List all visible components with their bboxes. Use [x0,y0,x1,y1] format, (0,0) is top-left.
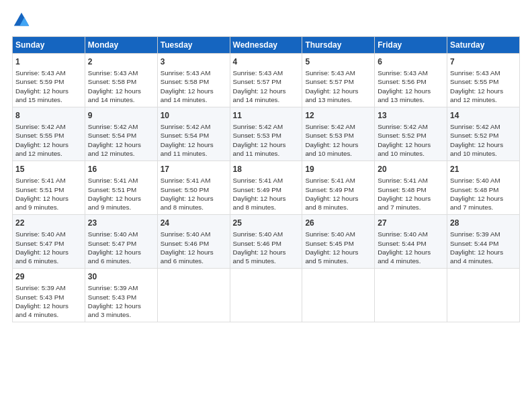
day-info: Sunrise: 5:40 AM Sunset: 5:47 PM Dayligh… [88,230,154,265]
day-info: Sunrise: 5:42 AM Sunset: 5:55 PM Dayligh… [15,122,82,158]
day-number: 5 [305,56,371,67]
day-number: 18 [233,164,300,175]
calendar-cell: 3Sunrise: 5:43 AM Sunset: 5:58 PM Daylig… [157,54,230,107]
day-number: 10 [161,110,227,121]
calendar-cell: 6Sunrise: 5:43 AM Sunset: 5:56 PM Daylig… [375,54,447,107]
calendar-cell [447,269,520,322]
calendar-cell: 26Sunrise: 5:40 AM Sunset: 5:45 PM Dayli… [302,215,375,269]
calendar-cell [302,269,375,322]
day-number: 25 [233,218,300,228]
calendar-cell: 19Sunrise: 5:41 AM Sunset: 5:49 PM Dayli… [302,161,375,215]
header-cell-monday: Monday [85,37,157,54]
day-info: Sunrise: 5:43 AM Sunset: 5:55 PM Dayligh… [450,68,517,104]
day-number: 16 [88,164,154,175]
week-row-3: 15Sunrise: 5:41 AM Sunset: 5:51 PM Dayli… [13,161,520,215]
calendar-cell: 14Sunrise: 5:42 AM Sunset: 5:52 PM Dayli… [447,107,520,161]
calendar-cell: 10Sunrise: 5:42 AM Sunset: 5:54 PM Dayli… [157,107,230,161]
day-number: 7 [450,56,517,67]
day-info: Sunrise: 5:42 AM Sunset: 5:54 PM Dayligh… [88,122,154,158]
calendar-cell: 18Sunrise: 5:41 AM Sunset: 5:49 PM Dayli… [230,161,302,215]
day-info: Sunrise: 5:41 AM Sunset: 5:48 PM Dayligh… [378,176,444,212]
day-info: Sunrise: 5:42 AM Sunset: 5:53 PM Dayligh… [233,122,300,158]
day-info: Sunrise: 5:39 AM Sunset: 5:44 PM Dayligh… [450,230,517,265]
header-cell-tuesday: Tuesday [157,37,230,54]
day-info: Sunrise: 5:41 AM Sunset: 5:50 PM Dayligh… [161,176,227,212]
day-number: 29 [15,271,82,282]
day-number: 24 [161,218,227,228]
header-cell-saturday: Saturday [447,37,520,54]
calendar-cell: 27Sunrise: 5:40 AM Sunset: 5:44 PM Dayli… [375,215,447,269]
day-number: 6 [378,56,444,67]
logo [12,11,34,30]
day-info: Sunrise: 5:43 AM Sunset: 5:57 PM Dayligh… [305,68,371,104]
day-info: Sunrise: 5:41 AM Sunset: 5:49 PM Dayligh… [305,176,371,212]
day-number: 14 [450,110,517,121]
day-info: Sunrise: 5:40 AM Sunset: 5:47 PM Dayligh… [15,230,82,265]
day-number: 11 [233,110,300,121]
day-info: Sunrise: 5:43 AM Sunset: 5:57 PM Dayligh… [233,68,300,104]
calendar-cell: 22Sunrise: 5:40 AM Sunset: 5:47 PM Dayli… [13,215,85,269]
calendar-cell: 21Sunrise: 5:40 AM Sunset: 5:48 PM Dayli… [447,161,520,215]
calendar-cell: 15Sunrise: 5:41 AM Sunset: 5:51 PM Dayli… [13,161,85,215]
day-info: Sunrise: 5:41 AM Sunset: 5:51 PM Dayligh… [15,176,82,212]
day-number: 19 [305,164,371,175]
calendar-cell: 17Sunrise: 5:41 AM Sunset: 5:50 PM Dayli… [157,161,230,215]
calendar-cell: 16Sunrise: 5:41 AM Sunset: 5:51 PM Dayli… [85,161,157,215]
logo-icon [12,11,31,30]
header-cell-sunday: Sunday [13,37,85,54]
day-number: 12 [305,110,371,121]
calendar-cell: 1Sunrise: 5:43 AM Sunset: 5:59 PM Daylig… [13,54,85,107]
week-row-1: 1Sunrise: 5:43 AM Sunset: 5:59 PM Daylig… [13,54,520,107]
day-info: Sunrise: 5:43 AM Sunset: 5:58 PM Dayligh… [161,68,227,104]
day-info: Sunrise: 5:42 AM Sunset: 5:53 PM Dayligh… [305,122,371,158]
calendar-cell: 7Sunrise: 5:43 AM Sunset: 5:55 PM Daylig… [447,54,520,107]
calendar-cell: 25Sunrise: 5:40 AM Sunset: 5:46 PM Dayli… [230,215,302,269]
day-number: 15 [15,164,82,175]
day-info: Sunrise: 5:40 AM Sunset: 5:48 PM Dayligh… [450,176,517,212]
day-info: Sunrise: 5:42 AM Sunset: 5:54 PM Dayligh… [161,122,227,158]
calendar-cell: 29Sunrise: 5:39 AM Sunset: 5:43 PM Dayli… [13,269,85,322]
day-number: 2 [88,56,154,67]
calendar-cell: 9Sunrise: 5:42 AM Sunset: 5:54 PM Daylig… [85,107,157,161]
header-cell-wednesday: Wednesday [230,37,302,54]
day-number: 17 [161,164,227,175]
day-number: 9 [88,110,154,121]
calendar-cell [157,269,230,322]
day-number: 1 [15,56,82,67]
calendar-cell: 12Sunrise: 5:42 AM Sunset: 5:53 PM Dayli… [302,107,375,161]
header-cell-thursday: Thursday [302,37,375,54]
calendar-table: SundayMondayTuesdayWednesdayThursdayFrid… [12,36,520,322]
header-row: SundayMondayTuesdayWednesdayThursdayFrid… [13,37,520,54]
day-number: 8 [15,110,82,121]
calendar-cell: 13Sunrise: 5:42 AM Sunset: 5:52 PM Dayli… [375,107,447,161]
day-number: 23 [88,218,154,228]
calendar-cell: 30Sunrise: 5:39 AM Sunset: 5:43 PM Dayli… [85,269,157,322]
calendar-cell: 24Sunrise: 5:40 AM Sunset: 5:46 PM Dayli… [157,215,230,269]
week-row-5: 29Sunrise: 5:39 AM Sunset: 5:43 PM Dayli… [13,269,520,322]
day-info: Sunrise: 5:39 AM Sunset: 5:43 PM Dayligh… [15,283,82,319]
calendar-cell: 2Sunrise: 5:43 AM Sunset: 5:58 PM Daylig… [85,54,157,107]
day-info: Sunrise: 5:43 AM Sunset: 5:58 PM Dayligh… [88,68,154,104]
day-number: 4 [233,56,300,67]
day-number: 30 [88,271,154,282]
day-info: Sunrise: 5:43 AM Sunset: 5:59 PM Dayligh… [15,68,82,104]
day-number: 21 [450,164,517,175]
day-number: 22 [15,218,82,228]
day-number: 3 [161,56,227,67]
day-info: Sunrise: 5:42 AM Sunset: 5:52 PM Dayligh… [450,122,517,158]
day-number: 13 [378,110,444,121]
week-row-4: 22Sunrise: 5:40 AM Sunset: 5:47 PM Dayli… [13,215,520,269]
header [12,11,520,30]
day-info: Sunrise: 5:41 AM Sunset: 5:51 PM Dayligh… [88,176,154,212]
day-info: Sunrise: 5:40 AM Sunset: 5:45 PM Dayligh… [305,230,371,265]
calendar-cell: 5Sunrise: 5:43 AM Sunset: 5:57 PM Daylig… [302,54,375,107]
day-number: 28 [450,218,517,228]
day-number: 20 [378,164,444,175]
day-info: Sunrise: 5:40 AM Sunset: 5:46 PM Dayligh… [161,230,227,265]
calendar-cell: 23Sunrise: 5:40 AM Sunset: 5:47 PM Dayli… [85,215,157,269]
day-info: Sunrise: 5:41 AM Sunset: 5:49 PM Dayligh… [233,176,300,212]
day-number: 26 [305,218,371,228]
day-info: Sunrise: 5:42 AM Sunset: 5:52 PM Dayligh… [378,122,444,158]
calendar-cell: 11Sunrise: 5:42 AM Sunset: 5:53 PM Dayli… [230,107,302,161]
day-info: Sunrise: 5:39 AM Sunset: 5:43 PM Dayligh… [88,283,154,319]
